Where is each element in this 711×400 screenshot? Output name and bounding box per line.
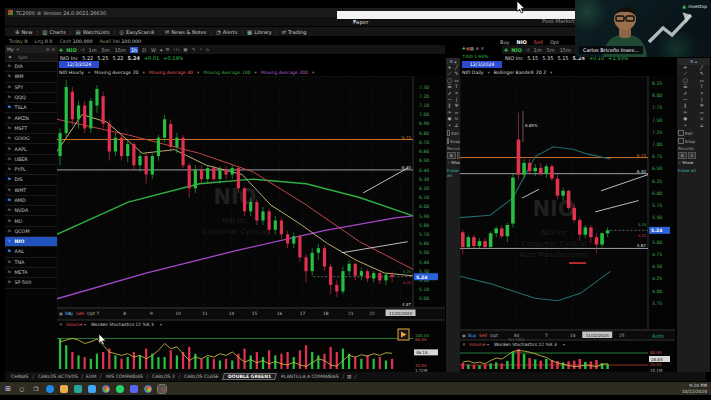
flag-icon[interactable]: ⚑ <box>7 136 11 141</box>
erase-all-button[interactable]: Erase all <box>677 166 710 175</box>
flag-icon[interactable]: ⚑ <box>7 219 11 224</box>
dot-icon[interactable]: • <box>677 123 694 129</box>
taskview-icon[interactable]: ❒ <box>32 385 40 393</box>
watchlist-row-wm[interactable]: ⚑WM <box>5 72 57 82</box>
watchlist-row-aapl[interactable]: ⚑AAPL <box>5 144 57 154</box>
chrome-icon-2[interactable] <box>144 385 152 393</box>
flag-icon[interactable]: ⚑ <box>7 95 11 100</box>
store-icon[interactable] <box>74 385 82 393</box>
timeframe-1m[interactable]: 1m <box>533 47 543 53</box>
indicator-icon[interactable]: ılı <box>173 47 180 52</box>
toolbar-item-new[interactable]: ⊕New <box>11 29 37 35</box>
flag-icon[interactable]: ⚑ <box>7 177 11 182</box>
toolbar-item-trading[interactable]: ⇄Trading <box>277 29 310 35</box>
edit-checkbox[interactable]: Edit <box>446 129 460 137</box>
layout-tab-double-green1[interactable]: DOUBLE GREEN1 <box>222 373 277 380</box>
watchlist-row-qcom[interactable]: ⚑QCOM <box>5 227 57 237</box>
layout-tab-carlos-2[interactable]: CARLOS 2 <box>147 374 180 379</box>
flag-icon[interactable]: ⚑ <box>7 167 11 172</box>
timeframe-5m[interactable]: 5m <box>101 47 111 53</box>
layout-tab-edm[interactable]: EDM <box>82 374 103 379</box>
legend-item[interactable]: Bollinger Bands® 20 2 <box>494 70 546 75</box>
timeframe-dropdown-icon[interactable]: ▾ <box>160 47 163 53</box>
flag-icon[interactable]: ⚑ <box>7 229 11 234</box>
show-checkbox[interactable]: ✓Show <box>677 159 710 166</box>
watchlist-row-msft[interactable]: ⚑MSFT <box>5 124 57 134</box>
record-button[interactable]: S <box>688 152 696 159</box>
layout-tab-mis-compa-ias[interactable]: MIS COMPAÑIAS <box>101 374 148 379</box>
watchlist-row-mu[interactable]: ⚑MU <box>5 216 57 226</box>
add-symbol-icon[interactable]: ✚ <box>59 47 63 53</box>
flag-icon[interactable]: ⚑ <box>7 270 11 275</box>
watchlist-column-headers[interactable]: ⚑ Sym <box>5 53 57 62</box>
flag-icon[interactable]: ⚑ <box>7 64 11 69</box>
snap-checkbox[interactable]: Snap <box>446 137 460 145</box>
sell-tab[interactable]: Sell <box>534 39 543 45</box>
mail-icon[interactable] <box>88 385 96 393</box>
legend-dropdown-icon[interactable]: ▾ <box>88 70 90 75</box>
watchlist-row-nio[interactable]: ⚑NIO <box>5 237 57 247</box>
legend-item[interactable]: Moving Average 100 <box>203 70 250 75</box>
whatsapp-icon[interactable] <box>116 385 124 393</box>
watchlist-row-tsla[interactable]: ⚑TSLA <box>5 103 57 113</box>
watchlist-row-meta[interactable]: ⚑META <box>5 268 57 278</box>
legend-dropdown-icon[interactable]: ▾ <box>197 70 199 75</box>
record-button[interactable]: B <box>447 152 456 159</box>
layout-tab-plantilla-4-compa-ias[interactable]: PLANTILLA 4 COMPAÑIAS <box>276 374 344 379</box>
new-tab-icon[interactable]: ▨ <box>343 374 358 379</box>
toolbar-item-easyscan-[interactable]: ◎EasyScan® <box>115 29 159 35</box>
layout-tab-carlos-activos[interactable]: CARLOS ACTIVOS <box>33 374 83 379</box>
timeframe-d[interactable]: D <box>141 47 147 53</box>
watchlist-row-spy[interactable]: ⚑SPY <box>5 83 57 93</box>
flag-icon[interactable]: ⚑ <box>7 239 11 244</box>
grid-icon[interactable]: ⊞ <box>166 47 171 52</box>
speaker-icon[interactable]: ◁) <box>80 47 85 52</box>
angle-icon[interactable]: ∠ <box>694 123 711 129</box>
pencil-icon[interactable]: ✎ <box>192 47 197 52</box>
watchlist-row-dia[interactable]: ⚑DIA <box>5 62 57 72</box>
toolbar-item-watchlists[interactable]: ▤WatchLists <box>71 29 113 35</box>
speaker-icon[interactable]: ◁) <box>525 47 530 52</box>
flag-icon[interactable]: ⚑ <box>7 147 11 152</box>
flag-icon[interactable]: ⚑ <box>7 105 11 110</box>
audio-mixer-icon[interactable]: ◁ <box>158 385 166 393</box>
opt-tab[interactable]: Opt <box>550 39 559 45</box>
watchlist-row-qqq[interactable]: ⚑QQQ <box>5 93 57 103</box>
toolbar-item-library[interactable]: ▦Library <box>243 29 276 35</box>
flag-icon[interactable]: ⚑ <box>7 208 11 213</box>
watchlist-row-sp-500[interactable]: ⚑SP-500 <box>5 278 57 288</box>
legend-dropdown-icon[interactable]: ▾ <box>255 70 257 75</box>
timeframe-15m[interactable]: 15m <box>559 47 572 53</box>
pin-icon[interactable]: ⌖ <box>199 47 203 52</box>
flag-icon[interactable]: ⚑ <box>7 74 11 79</box>
legend-item[interactable]: Moving Average 200 <box>261 70 308 75</box>
start-icon[interactable]: ⊞ <box>4 385 12 393</box>
watchlist-row-wmt[interactable]: ⚑WMT <box>5 186 57 196</box>
buy-tab[interactable]: Buy <box>500 39 510 45</box>
legend-item[interactable]: Moving Average 40 <box>149 70 193 75</box>
folder-icon[interactable] <box>60 385 68 393</box>
right-chart-plot[interactable]: NIONIO IncConsumer CyclicalAuto Manufact… <box>460 76 675 372</box>
watchlist-row-uber[interactable]: ⚑UBER <box>5 155 57 165</box>
flag-icon[interactable]: ⚑ <box>7 260 11 265</box>
angle-icon[interactable]: ∠ <box>453 123 460 129</box>
discord-icon[interactable] <box>130 385 138 393</box>
flag-icon[interactable]: ⚑ <box>7 157 11 162</box>
tools-panel-header[interactable]: ⚙ ▴ <box>446 58 460 65</box>
toolbar-item-alerts[interactable]: ◔Alerts <box>212 29 241 35</box>
watchlist-row-amzn[interactable]: ⚑AMZN <box>5 113 57 123</box>
edge-icon[interactable] <box>46 385 54 393</box>
snap-checkbox[interactable]: Snap <box>677 137 710 145</box>
watchlist-row-amd[interactable]: ⚑AMD <box>5 196 57 206</box>
legend-dropdown-icon[interactable]: ▾ <box>550 70 552 75</box>
left-chart-plot[interactable]: NIONIO IncConsumer Cyclical7.307.207.107… <box>57 76 445 372</box>
layout-tab-carlos-clase[interactable]: CARLOS CLASE <box>179 374 224 379</box>
search-icon[interactable]: ○ <box>18 385 26 393</box>
home-icon[interactable]: ⌂ <box>206 47 210 52</box>
legend-dropdown-icon[interactable]: ▾ <box>488 70 490 75</box>
dot-icon[interactable]: • <box>446 123 453 129</box>
watchlist-header[interactable]: My▾ ⊕ ✕ <box>5 45 57 53</box>
tools-panel-header[interactable]: ⚙ ▴ <box>677 58 710 65</box>
add-symbol-icon[interactable]: ✚ <box>504 47 508 53</box>
watchlist-row-nvda[interactable]: ⚑NVDA <box>5 206 57 216</box>
